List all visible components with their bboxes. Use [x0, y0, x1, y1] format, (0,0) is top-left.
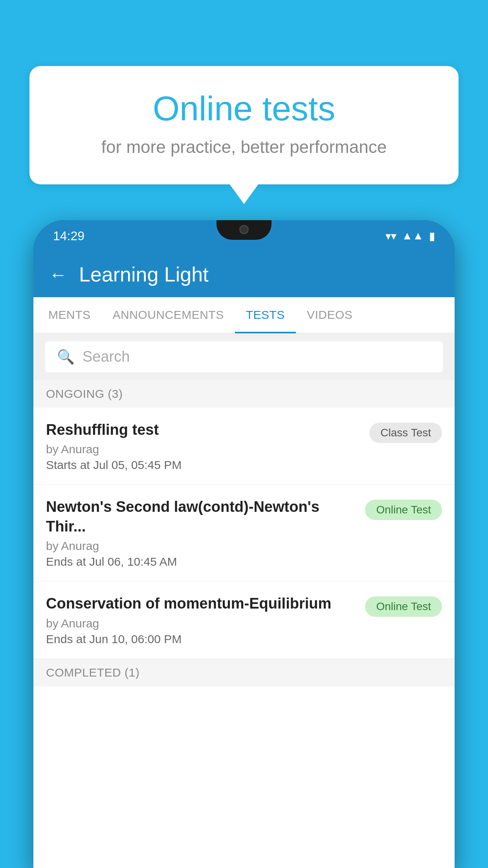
test-list: Reshuffling test by Anurag Starts at Jul… [33, 408, 455, 868]
test-item[interactable]: Conservation of momentum-Equilibrium by … [33, 581, 455, 658]
phone-frame: 14:29 ▾▾ ▲▲ ▮ ← Learning Light MENTS ANN… [33, 220, 455, 868]
status-icons: ▾▾ ▲▲ ▮ [385, 230, 435, 243]
app-title: Learning Light [79, 263, 209, 286]
speech-bubble: Online tests for more practice, better p… [29, 66, 459, 184]
tabs-bar: MENTS ANNOUNCEMENTS TESTS VIDEOS [33, 297, 455, 333]
search-container: 🔍 Search [33, 333, 455, 380]
app-screen: ← Learning Light MENTS ANNOUNCEMENTS TES… [33, 252, 455, 868]
test-info: Newton's Second law(contd)-Newton's Thir… [46, 497, 357, 568]
wifi-icon: ▾▾ [385, 230, 396, 243]
test-author: by Anurag [46, 539, 357, 553]
test-date: Ends at Jul 06, 10:45 AM [46, 555, 357, 568]
signal-icon: ▲▲ [402, 230, 424, 242]
phone-notch [216, 220, 272, 240]
search-placeholder: Search [83, 348, 130, 365]
test-badge: Online Test [365, 596, 442, 617]
tab-announcements[interactable]: ANNOUNCEMENTS [102, 297, 235, 333]
tab-videos[interactable]: VIDEOS [296, 297, 363, 333]
bubble-title: Online tests [61, 90, 427, 128]
ongoing-section-header: ONGOING (3) [33, 380, 455, 408]
battery-icon: ▮ [429, 230, 435, 243]
tab-tests[interactable]: TESTS [235, 297, 296, 333]
test-author: by Anurag [46, 443, 361, 456]
test-info: Reshuffling test by Anurag Starts at Jul… [46, 420, 361, 472]
status-bar: 14:29 ▾▾ ▲▲ ▮ [33, 220, 455, 252]
search-icon: 🔍 [57, 349, 75, 365]
bubble-subtitle: for more practice, better performance [61, 137, 427, 157]
test-date: Starts at Jul 05, 05:45 PM [46, 458, 361, 472]
test-badge: Online Test [365, 500, 442, 520]
app-header: ← Learning Light [33, 252, 455, 297]
test-author: by Anurag [46, 617, 357, 630]
test-badge: Class Test [369, 423, 442, 443]
back-button[interactable]: ← [49, 265, 67, 283]
test-date: Ends at Jun 10, 06:00 PM [46, 633, 357, 646]
tab-ments[interactable]: MENTS [37, 297, 102, 333]
test-name: Conservation of momentum-Equilibrium [46, 594, 357, 613]
time-display: 14:29 [53, 229, 84, 243]
test-item[interactable]: Reshuffling test by Anurag Starts at Jul… [33, 408, 455, 485]
camera-dot [239, 225, 249, 234]
search-bar[interactable]: 🔍 Search [45, 341, 443, 372]
test-name: Reshuffling test [46, 420, 361, 440]
completed-section-header: COMPLETED (1) [33, 659, 455, 686]
test-name: Newton's Second law(contd)-Newton's Thir… [46, 497, 357, 536]
test-item[interactable]: Newton's Second law(contd)-Newton's Thir… [33, 485, 455, 581]
test-info: Conservation of momentum-Equilibrium by … [46, 594, 357, 645]
